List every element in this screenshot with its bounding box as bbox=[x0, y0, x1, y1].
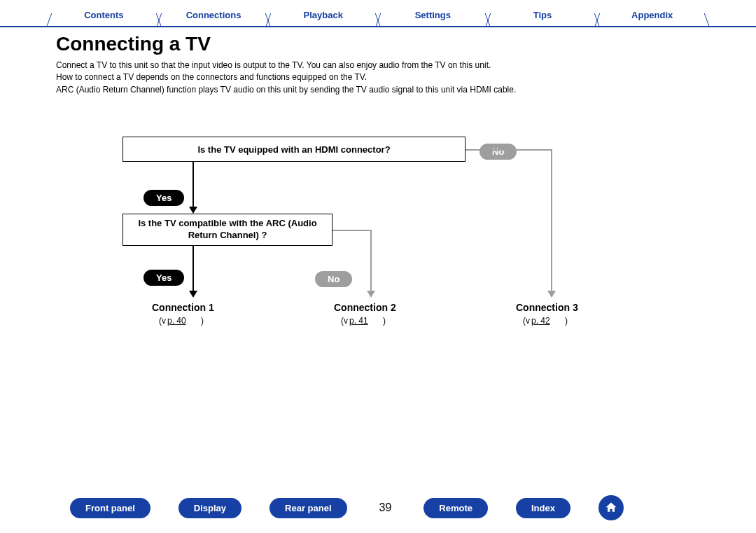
edge-label-no-1: No bbox=[479, 144, 517, 160]
page-link-2[interactable]: (vp. 41) bbox=[341, 316, 386, 326]
top-tabs: Contents Connections Playback Settings T… bbox=[0, 0, 756, 27]
decision-hdmi: Is the TV equipped with an HDMI connecto… bbox=[122, 137, 465, 162]
home-button[interactable] bbox=[598, 495, 624, 520]
result-connection-2: Connection 2 bbox=[334, 302, 396, 313]
arrow-down-icon bbox=[189, 207, 197, 214]
edge-label-no-2: No bbox=[315, 271, 352, 287]
arrow-down-icon bbox=[189, 291, 197, 298]
tab-appendix[interactable]: Appendix bbox=[597, 6, 707, 26]
intro-line-1: Connect a TV to this unit so that the in… bbox=[56, 60, 686, 71]
tab-settings[interactable]: Settings bbox=[378, 6, 488, 26]
edge-label-yes-2: Yes bbox=[144, 270, 184, 286]
tab-contents[interactable]: Contents bbox=[49, 6, 159, 26]
decision-arc: Is the TV compatible with the ARC (Audio… bbox=[122, 214, 332, 246]
nav-index[interactable]: Index bbox=[516, 498, 570, 518]
arrow-down-icon bbox=[547, 291, 556, 298]
page-number: 39 bbox=[375, 501, 396, 514]
result-connection-3: Connection 3 bbox=[516, 302, 578, 313]
nav-rear-panel[interactable]: Rear panel bbox=[270, 498, 346, 518]
tab-tips[interactable]: Tips bbox=[488, 6, 598, 26]
tab-connections[interactable]: Connections bbox=[159, 6, 269, 26]
home-icon bbox=[604, 501, 618, 515]
page-link-1[interactable]: (vp. 40) bbox=[159, 316, 204, 326]
intro-line-3: ARC (Audio Return Channel) function play… bbox=[56, 84, 686, 96]
arrow-down-icon bbox=[367, 291, 375, 298]
result-connection-1: Connection 1 bbox=[152, 302, 214, 313]
bottom-nav: Front panel Display Rear panel 39 Remote… bbox=[0, 495, 756, 520]
page-title: Connecting a TV bbox=[56, 33, 756, 55]
nav-remote[interactable]: Remote bbox=[424, 498, 488, 518]
edge-label-yes-1: Yes bbox=[144, 190, 184, 206]
nav-display[interactable]: Display bbox=[178, 498, 241, 518]
intro-line-2: How to connect a TV depends on the conne… bbox=[56, 71, 686, 83]
flowchart: Is the TV equipped with an HDMI connecto… bbox=[122, 137, 634, 347]
tab-playback[interactable]: Playback bbox=[268, 6, 378, 26]
nav-front-panel[interactable]: Front panel bbox=[70, 498, 150, 518]
intro-text: Connect a TV to this unit so that the in… bbox=[56, 60, 686, 96]
page-link-3[interactable]: (vp. 42) bbox=[523, 316, 568, 326]
